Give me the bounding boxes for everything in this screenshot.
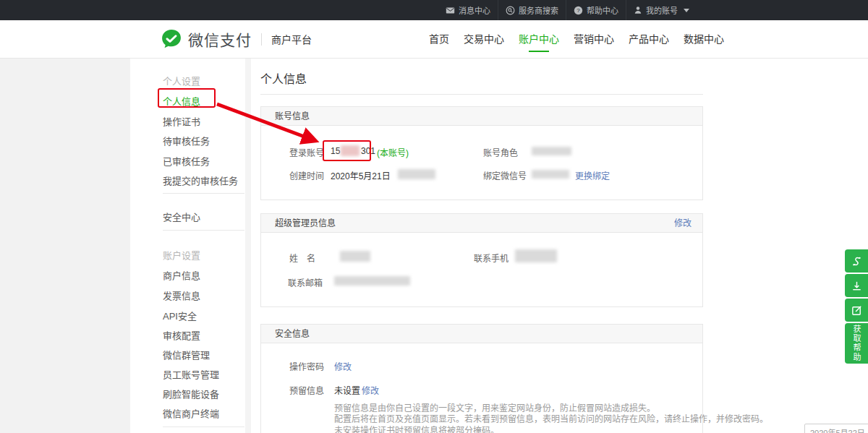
reserved-info-label: 预留信息 [289, 384, 324, 396]
super-admin-info-card: 超级管理员信息 修改 姓 名 联系手机 联系邮箱 [260, 213, 703, 307]
edit-icon [851, 304, 863, 317]
download-button[interactable] [845, 274, 868, 297]
current-account-tag: (本账号) [377, 146, 409, 158]
brand-logo[interactable]: 微信支付 商户平台 [161, 20, 312, 58]
sidebar-item-merchant-info[interactable]: 商户信息 [163, 268, 200, 282]
nav-item-transaction-center[interactable]: 交易中心 [464, 20, 504, 58]
sidebar-item-reviewed-tasks[interactable]: 已审核任务 [163, 154, 210, 168]
svg-text:?: ? [576, 7, 580, 14]
nav-item-account-center[interactable]: 账户中心 [519, 20, 559, 58]
wechat-pay-merchant-platform: 消息中心 服务商搜索 ? 帮助中心 我的账号 微信支付 [0, 0, 868, 433]
wechat-pay-logo-icon [161, 28, 182, 50]
nav-item-home[interactable]: 首页 [429, 20, 449, 58]
topbar-item-label: 消息中心 [459, 4, 490, 16]
sidebar-divider [163, 230, 244, 231]
security-info-card: 安全信息 操作密码 修改 预留信息 未设置 修改 预留信息是由你自己设置的一段文… [260, 324, 703, 433]
utility-topbar: 消息中心 服务商搜索 ? 帮助中心 我的账号 [0, 0, 868, 20]
sidebar-item-security-center[interactable]: 安全中心 [163, 210, 200, 223]
nav-item-product-center[interactable]: 产品中心 [629, 20, 669, 58]
reserved-info-desc-line: 配置后将在首页及充值页面显示。若未看到预留信息，表明当前访问的网站存在风险，请终… [334, 412, 768, 424]
sidebar-item-review-config[interactable]: 审核配置 [163, 328, 200, 342]
topbar-my-account[interactable]: 我的账号 [626, 0, 697, 20]
topbar-help-center[interactable]: ? 帮助中心 [566, 0, 626, 20]
brand-platform-label: 商户平台 [271, 32, 312, 46]
redacted-contact-email [334, 276, 410, 286]
topbar-message-center[interactable]: 消息中心 [438, 0, 498, 20]
sidebar-item-wechat-group-management[interactable]: 微信群管理 [163, 348, 210, 361]
sidebar-item-operation-certificate[interactable]: 操作证书 [163, 114, 200, 128]
redacted-name [340, 251, 370, 262]
sidebar-item-face-smart-device[interactable]: 刷脸智能设备 [163, 387, 219, 400]
topbar-items: 消息中心 服务商搜索 ? 帮助中心 我的账号 [438, 0, 697, 20]
active-tab-underline [529, 51, 549, 52]
card-title: 安全信息 [275, 329, 310, 339]
floating-toolbar: 获取帮助 [845, 249, 868, 364]
created-time-label: 创建时间 [289, 169, 324, 181]
sidebar-item-wechat-merchant-terminal[interactable]: 微信商户终端 [163, 406, 219, 420]
annotation-highlight-box-sidebar [158, 88, 216, 108]
card-title: 超级管理员信息 [275, 218, 336, 228]
security-card-header: 安全信息 [261, 325, 702, 343]
user-icon [634, 6, 642, 14]
annotation-arrow [208, 96, 335, 158]
sidebar-divider [163, 193, 244, 194]
page-title: 个人信息 [260, 69, 307, 87]
mail-icon [446, 6, 455, 15]
topbar-item-label: 服务商搜索 [519, 4, 558, 16]
edit-feedback-button[interactable] [845, 299, 868, 322]
redacted-contact-phone [515, 249, 557, 262]
account-role-label: 账号角色 [483, 146, 518, 158]
search-circle-icon [506, 6, 515, 15]
left-gutter [0, 59, 130, 433]
bound-wechat-label: 绑定微信号 [483, 169, 527, 181]
nav-item-label: 账户中心 [519, 33, 559, 45]
sidebar-section-personal-settings: 个人设置 [163, 74, 200, 87]
sidebar-divider [163, 426, 244, 427]
main-header: 微信支付 商户平台 首页 交易中心 账户中心 营销中心 产品中心 数据中心 [0, 20, 868, 59]
reserved-info-status: 未设置 [334, 384, 360, 396]
sidebar-item-invoice-info[interactable]: 发票信息 [163, 288, 200, 302]
topbar-item-label: 我的账号 [646, 4, 678, 16]
nav-item-marketing-center[interactable]: 营销中心 [574, 20, 614, 58]
nav-item-data-center[interactable]: 数据中心 [684, 20, 724, 58]
primary-nav: 首页 交易中心 账户中心 营销中心 产品中心 数据中心 [429, 20, 724, 58]
edit-reserved-info-link[interactable]: 修改 [362, 384, 379, 396]
name-label: 姓 名 [289, 252, 315, 264]
title-divider [260, 94, 703, 95]
contact-phone-label: 联系手机 [474, 252, 509, 264]
edit-admin-link[interactable]: 修改 [674, 214, 692, 233]
topbar-service-provider-search[interactable]: 服务商搜索 [498, 0, 566, 20]
super-admin-card-header: 超级管理员信息 修改 [261, 214, 702, 233]
redacted-bound-wechat [532, 170, 569, 179]
reserved-info-desc-line: 未安装操作证书时预留信息将被部分掩码。 [334, 424, 499, 433]
brand-name: 微信支付 [188, 28, 252, 50]
sidebar-item-api-security[interactable]: API安全 [163, 309, 197, 322]
feedback-button[interactable] [845, 249, 868, 273]
brand-separator [261, 33, 262, 46]
rebind-wechat-link[interactable]: 更换绑定 [575, 169, 610, 181]
operation-password-label: 操作密码 [289, 360, 324, 372]
chevron-down-icon [684, 9, 689, 12]
topbar-item-label: 帮助中心 [587, 4, 618, 16]
download-icon [851, 280, 863, 292]
sidebar-item-staff-account-management[interactable]: 员工账号管理 [163, 367, 219, 381]
contact-email-label: 联系邮箱 [288, 276, 323, 288]
edit-password-link[interactable]: 修改 [334, 360, 352, 372]
help-circle-icon: ? [574, 6, 583, 15]
redacted-created-time [398, 169, 435, 179]
created-time-value: 2020年5月21日 [331, 169, 391, 181]
squiggle-link-icon [851, 255, 863, 267]
sidebar-item-pending-review-tasks[interactable]: 待审核任务 [163, 134, 210, 147]
sidebar-item-my-submitted-review-tasks[interactable]: 我提交的审核任务 [163, 173, 238, 187]
get-help-button[interactable]: 获取帮助 [845, 323, 868, 364]
date-tag: 2020年5月22日 [804, 424, 868, 433]
redacted-account-role [532, 147, 571, 155]
sidebar-section-account-settings: 账户设置 [163, 248, 200, 262]
